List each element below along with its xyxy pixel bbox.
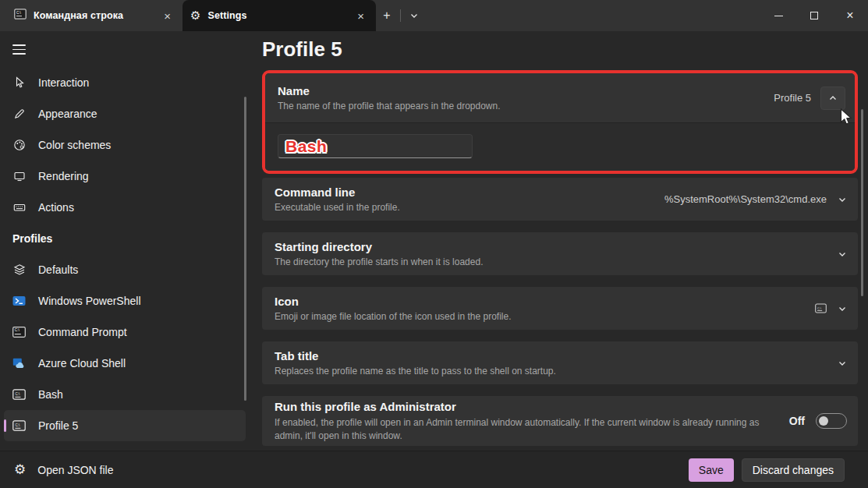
sidebar-item-command-prompt[interactable]: C:\ Command Prompt bbox=[4, 316, 246, 348]
setting-label: Tab title bbox=[275, 349, 556, 362]
cmd-icon: C:\ bbox=[12, 325, 26, 338]
save-button[interactable]: Save bbox=[689, 458, 734, 482]
name-expander-content: Bash bbox=[265, 122, 855, 171]
minimize-icon bbox=[774, 16, 783, 16]
setting-description: The directory the profile starts in when… bbox=[275, 256, 483, 267]
tab-label: Settings bbox=[207, 10, 246, 21]
setting-label: Name bbox=[278, 84, 501, 97]
sidebar-item-label: Profile 5 bbox=[38, 419, 78, 432]
setting-value: Profile 5 bbox=[774, 92, 811, 104]
sidebar-item-label: Actions bbox=[38, 201, 74, 214]
tab-settings[interactable]: ⚙ Settings × bbox=[182, 0, 376, 31]
setting-description: If enabled, the profile will open in an … bbox=[275, 416, 770, 442]
sidebar-item-defaults[interactable]: Defaults bbox=[4, 254, 246, 285]
sidebar-item-label: Windows PowerShell bbox=[38, 295, 141, 307]
new-tab-button[interactable]: + bbox=[376, 0, 398, 31]
footer-bar: ⚙ Open JSON file Save Discard changes bbox=[0, 451, 868, 488]
monitor-icon bbox=[12, 169, 26, 182]
profile-name-input[interactable]: Bash bbox=[278, 134, 473, 158]
chevron-up-icon bbox=[828, 94, 838, 103]
sidebar-item-label: Defaults bbox=[38, 263, 78, 276]
chevron-down-icon[interactable] bbox=[838, 195, 847, 204]
minimize-button[interactable] bbox=[760, 0, 796, 31]
mouse-cursor bbox=[840, 108, 854, 130]
gear-icon: ⚙ bbox=[190, 9, 200, 23]
sidebar-scrollbar[interactable] bbox=[244, 97, 246, 401]
maximize-icon bbox=[810, 12, 818, 19]
sidebar-item-interaction[interactable]: Interaction bbox=[4, 67, 246, 98]
annotation-input-text: Bash bbox=[285, 137, 327, 156]
sidebar-item-windows-powershell[interactable]: Windows PowerShell bbox=[4, 285, 246, 316]
chevron-down-icon[interactable] bbox=[838, 359, 847, 368]
tab-command-prompt[interactable]: C:\ Командная строка × bbox=[6, 0, 182, 31]
setting-label: Icon bbox=[275, 295, 512, 308]
setting-row-tab-title[interactable]: Tab title Replaces the profile name as t… bbox=[262, 341, 858, 384]
svg-text:C:\: C:\ bbox=[15, 423, 20, 427]
sidebar-item-rendering[interactable]: Rendering bbox=[4, 161, 246, 192]
sidebar-item-bash[interactable]: C:\ Bash bbox=[4, 379, 246, 410]
open-json-label: Open JSON file bbox=[37, 464, 113, 476]
sidebar-item-label: Rendering bbox=[38, 170, 89, 182]
powershell-icon bbox=[12, 294, 26, 307]
discard-changes-button[interactable]: Discard changes bbox=[742, 458, 845, 482]
setting-label: Command line bbox=[275, 186, 400, 199]
gear-icon: ⚙ bbox=[14, 461, 26, 478]
setting-label: Run this profile as Administrator bbox=[275, 400, 770, 413]
setting-description: Emoji or image file location of the icon… bbox=[275, 311, 512, 322]
selection-accent-pill bbox=[4, 419, 6, 432]
setting-row-starting-directory[interactable]: Starting directory The directory the pro… bbox=[262, 232, 858, 275]
sidebar-item-label: Command Prompt bbox=[38, 326, 127, 338]
sidebar-item-label: Bash bbox=[38, 388, 63, 401]
setting-label: Starting directory bbox=[275, 240, 483, 253]
tabbar-divider bbox=[400, 9, 401, 22]
tab-close-icon[interactable]: × bbox=[160, 9, 175, 23]
window-controls: × bbox=[760, 0, 868, 31]
toggle-knob bbox=[819, 416, 828, 426]
collapse-button[interactable] bbox=[820, 87, 845, 110]
hamburger-menu-button[interactable] bbox=[12, 44, 26, 55]
sidebar-item-profile-5[interactable]: C:\ Profile 5 bbox=[4, 410, 246, 441]
name-expander-header[interactable]: Name The name of the profile that appear… bbox=[265, 73, 855, 122]
setting-description: Executable used in the profile. bbox=[275, 202, 400, 213]
terminal-window-icon: C:\ bbox=[12, 387, 26, 401]
chevron-down-icon[interactable] bbox=[838, 249, 847, 259]
sidebar-item-label: Interaction bbox=[38, 76, 89, 89]
profiles-section-header: Profiles bbox=[0, 223, 250, 254]
svg-text:C:\: C:\ bbox=[16, 11, 22, 15]
svg-text:C:\: C:\ bbox=[15, 328, 20, 332]
setting-row-command-line[interactable]: Command line Executable used in the prof… bbox=[262, 178, 858, 221]
setting-row-icon[interactable]: Icon Emoji or image file location of the… bbox=[262, 287, 858, 330]
interaction-icon bbox=[12, 76, 26, 89]
tab-close-icon[interactable]: × bbox=[353, 9, 368, 23]
chevron-down-icon[interactable] bbox=[838, 304, 847, 313]
chevron-down-icon bbox=[409, 11, 419, 20]
titlebar: C:\ Командная строка × ⚙ Settings × + × bbox=[0, 0, 868, 31]
tab-dropdown-button[interactable] bbox=[403, 0, 425, 31]
maximize-button[interactable] bbox=[796, 0, 832, 31]
tab-label: Командная строка bbox=[34, 10, 123, 21]
sidebar-item-label: Color schemes bbox=[38, 139, 111, 151]
open-json-file-button[interactable]: ⚙ Open JSON file bbox=[14, 461, 114, 478]
admin-toggle[interactable] bbox=[816, 413, 847, 429]
content-scrollbar[interactable] bbox=[861, 109, 863, 296]
profile-icon-preview: C:\ bbox=[815, 303, 827, 313]
azure-cloud-icon bbox=[12, 356, 26, 370]
sidebar-item-label: Azure Cloud Shell bbox=[38, 357, 126, 370]
sidebar-item-appearance[interactable]: Appearance bbox=[4, 98, 246, 129]
sidebar-item-azure-cloud-shell[interactable]: Azure Cloud Shell bbox=[4, 348, 246, 379]
app-body: Interaction Appearance Color schemes Ren… bbox=[0, 31, 868, 451]
appearance-icon bbox=[12, 107, 26, 120]
setting-value: %SystemRoot%\System32\cmd.exe bbox=[664, 193, 827, 205]
sidebar-item-label: Appearance bbox=[38, 108, 97, 120]
settings-sidebar: Interaction Appearance Color schemes Ren… bbox=[0, 31, 250, 451]
sidebar-item-color-schemes[interactable]: Color schemes bbox=[4, 129, 246, 161]
setting-description: The name of the profile that appears in … bbox=[278, 101, 501, 111]
layers-icon bbox=[12, 263, 26, 276]
svg-text:C:\: C:\ bbox=[817, 306, 822, 310]
sidebar-item-actions[interactable]: Actions bbox=[4, 192, 246, 223]
setting-description: Replaces the profile name as the title t… bbox=[275, 366, 556, 377]
keyboard-icon bbox=[12, 200, 26, 214]
annotation-highlight-box: Name The name of the profile that appear… bbox=[262, 70, 858, 174]
page-title: Profile 5 bbox=[262, 37, 858, 62]
close-button[interactable]: × bbox=[832, 0, 868, 31]
